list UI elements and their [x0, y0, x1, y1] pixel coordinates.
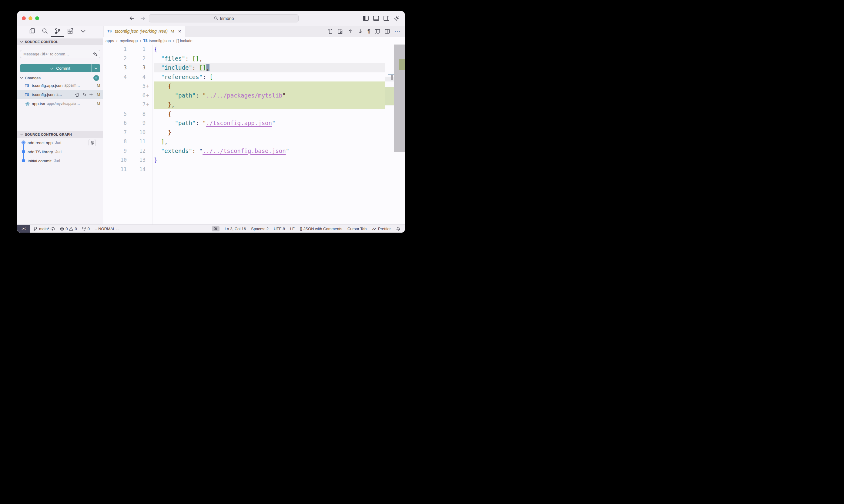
- source-control-graph-title: SOURCE CONTROL GRAPH: [25, 133, 72, 136]
- remote-indicator[interactable]: ><: [17, 225, 30, 233]
- status-label: JSON with Comments: [304, 227, 342, 231]
- open-changes-icon[interactable]: [327, 29, 333, 34]
- git-branch-icon: [33, 227, 38, 231]
- code-line[interactable]: 1013}: [103, 156, 405, 165]
- changed-file-tsconfig.json[interactable]: TStsconfig.jsona…M: [17, 90, 103, 99]
- zoom-window-button[interactable]: [35, 16, 39, 20]
- added-line-marker: +: [145, 91, 151, 100]
- status-cursor-position[interactable]: Ln 3, Col 16: [225, 227, 246, 231]
- status-zoom-indicator[interactable]: [212, 226, 220, 231]
- history-forward-icon[interactable]: [139, 15, 146, 21]
- breadcrumb-item-myviteapp[interactable]: myviteapp: [120, 38, 138, 43]
- commit-button[interactable]: Commit: [20, 64, 100, 72]
- diff-editor[interactable]: 11{22 "files": [],33 "include": [],44 "r…: [103, 44, 405, 224]
- code-line[interactable]: 6+ "path": "../../packages/mytslib": [103, 91, 405, 100]
- gear-icon[interactable]: [394, 15, 400, 21]
- more-actions-icon[interactable]: ···: [394, 29, 400, 34]
- breadcrumb-item-tsconfig.json[interactable]: TStsconfig.json: [143, 38, 171, 43]
- code-line[interactable]: 710 }: [103, 128, 405, 137]
- breadcrumb-label: myviteapp: [120, 38, 138, 43]
- status-eol[interactable]: LF: [290, 227, 295, 231]
- code-line[interactable]: 1114: [103, 165, 405, 174]
- status-branch-status[interactable]: main*: [33, 227, 55, 231]
- breadcrumb-separator: ›: [116, 38, 118, 43]
- code-line[interactable]: 33 "include": [],: [103, 63, 405, 72]
- commit-dot: [21, 150, 25, 154]
- breadcrumb-item-include[interactable]: [ ]include: [176, 38, 192, 43]
- old-line-number: 11: [103, 165, 127, 174]
- status-problems[interactable]: 00: [60, 227, 77, 231]
- status-vim-mode[interactable]: -- NORMAL --: [94, 227, 119, 231]
- old-line-number: [103, 91, 127, 100]
- ts-file-icon: TS: [25, 84, 30, 87]
- status-label: 0: [66, 227, 68, 231]
- source-control-graph-header[interactable]: SOURCE CONTROL GRAPH: [17, 131, 103, 138]
- warning-triangle-icon: [69, 227, 73, 231]
- panel-left-icon[interactable]: [363, 15, 369, 21]
- status-encoding[interactable]: UTF-8: [274, 227, 285, 231]
- inline-view-icon[interactable]: [338, 29, 343, 34]
- status-indentation[interactable]: Spaces: 2: [251, 227, 269, 231]
- commit-row[interactable]: Initial commitJuri: [17, 156, 103, 165]
- code-line[interactable]: 69 "path": "./tsconfig.app.json": [103, 119, 405, 128]
- arrow-up-icon[interactable]: [347, 29, 353, 34]
- changes-section-header[interactable]: Changes 3: [17, 74, 103, 82]
- code-text: "path": "./tsconfig.app.json": [154, 119, 405, 128]
- check-icon: [50, 66, 54, 70]
- code-line[interactable]: 22 "files": [],: [103, 54, 405, 63]
- status-formatter[interactable]: ✓✓Prettier: [372, 227, 391, 231]
- code-line[interactable]: 811 ],: [103, 137, 405, 146]
- goto-current-commit-button[interactable]: [88, 139, 96, 146]
- code-line[interactable]: 11{: [103, 44, 405, 54]
- stage-icon[interactable]: [89, 92, 93, 97]
- code-line[interactable]: 58 {: [103, 109, 405, 119]
- status-label: -- NORMAL --: [94, 227, 119, 231]
- breadcrumb-separator: ›: [140, 38, 141, 43]
- modified-badge: M: [97, 83, 100, 88]
- commit-message-input[interactable]: Message (⌘↵ to comm…: [20, 50, 100, 58]
- changed-file-tsconfig.app.json[interactable]: TStsconfig.app.jsonapps/m…M: [17, 81, 103, 90]
- code-line[interactable]: 7+ },: [103, 100, 405, 109]
- old-line-number: 10: [103, 156, 127, 165]
- activity-item-source-control[interactable]: [54, 26, 61, 36]
- added-line-marker: [145, 137, 151, 146]
- panel-right-icon[interactable]: [383, 15, 390, 21]
- status-notifications[interactable]: [396, 227, 400, 231]
- activity-item-search[interactable]: [41, 26, 48, 36]
- commit-row[interactable]: add react appJuri: [17, 138, 103, 147]
- activity-item-explorer[interactable]: [29, 26, 35, 36]
- pilcrow-icon[interactable]: ¶: [367, 29, 370, 34]
- source-control-header[interactable]: SOURCE CONTROL: [17, 38, 103, 45]
- commit-row[interactable]: add TS libraryJuri: [17, 147, 103, 156]
- changed-file-app.tsx[interactable]: app.tsxapps/myviteapp/sr…M: [17, 99, 103, 108]
- new-line-number: 1: [127, 44, 145, 54]
- activity-item-views-more[interactable]: [80, 26, 86, 36]
- close-window-button[interactable]: [22, 16, 26, 20]
- status-language-mode[interactable]: {}JSON with Comments: [300, 227, 342, 231]
- status-label: UTF-8: [274, 227, 285, 231]
- tab-modified-badge: M: [171, 29, 174, 34]
- breadcrumb-item-apps[interactable]: apps: [105, 38, 114, 43]
- tab-close-icon[interactable]: ×: [178, 29, 181, 34]
- open-file-icon[interactable]: [75, 92, 80, 97]
- commit-dropdown-button[interactable]: [91, 64, 100, 72]
- arrow-down-icon[interactable]: [358, 29, 363, 34]
- sparkle-icon[interactable]: [93, 52, 98, 57]
- status-cursor-tab[interactable]: Cursor Tab: [347, 227, 366, 231]
- map-icon[interactable]: [374, 29, 380, 34]
- split-editor-icon[interactable]: [384, 29, 390, 34]
- code-line[interactable]: 44 "references": [: [103, 72, 405, 82]
- panel-bottom-icon[interactable]: [373, 15, 379, 21]
- code-line[interactable]: 5+ {: [103, 82, 405, 91]
- titlebar[interactable]: tsmono: [17, 11, 405, 26]
- command-center-search[interactable]: tsmono: [149, 14, 299, 22]
- activity-item-extensions[interactable]: [67, 26, 74, 36]
- status-ports[interactable]: 0: [82, 227, 90, 231]
- tab-tsconfig-working-tree[interactable]: TS tsconfig.json (Working Tree) M ×: [104, 26, 185, 37]
- minimap[interactable]: [385, 44, 394, 224]
- code-line[interactable]: 912 "extends": "../../tsconfig.base.json…: [103, 146, 405, 156]
- minimize-window-button[interactable]: [29, 16, 32, 20]
- discard-icon[interactable]: [82, 92, 86, 97]
- code-text: }: [154, 156, 405, 165]
- history-back-icon[interactable]: [129, 15, 135, 21]
